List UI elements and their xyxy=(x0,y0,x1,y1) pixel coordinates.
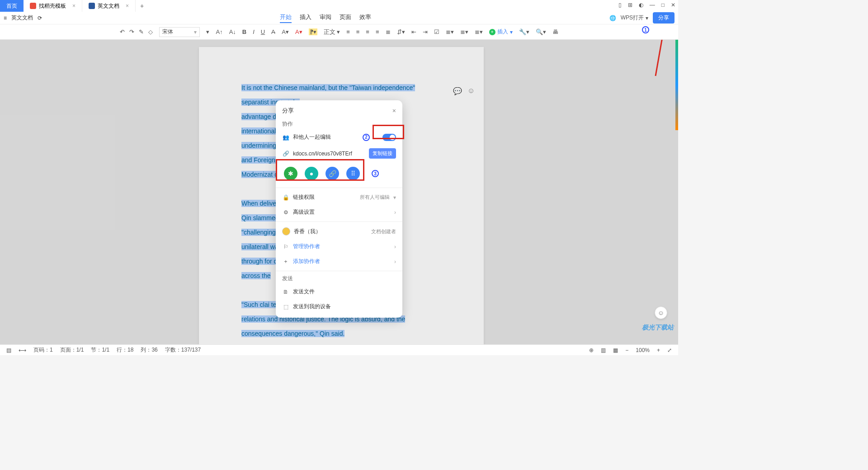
close-icon[interactable]: × xyxy=(126,3,129,9)
link-icon: 🔗 xyxy=(282,150,289,157)
add-person-icon: + xyxy=(282,258,289,265)
add-tab-button[interactable]: + xyxy=(136,2,148,9)
highlight-icon[interactable]: ⁋▾ xyxy=(309,28,317,35)
collab-toggle[interactable] xyxy=(382,134,396,141)
menu-review[interactable]: 审阅 xyxy=(320,13,331,23)
indent2-icon[interactable]: ⇥ xyxy=(423,28,428,35)
decrease-font-icon[interactable]: A↓ xyxy=(229,28,236,35)
menu-insert[interactable]: 插入 xyxy=(300,13,311,23)
qr-share-button[interactable]: ⠿ xyxy=(346,167,360,180)
status-line: 行：18 xyxy=(117,346,133,354)
share-link-text: kdocs.cn/l/ceus70v8TErf xyxy=(293,150,365,157)
status-pages: 页面：1/1 xyxy=(60,346,84,354)
tab-home[interactable]: 首页 xyxy=(0,0,24,12)
word-icon xyxy=(89,3,95,9)
multilevel-list-icon[interactable]: ≣▾ xyxy=(475,28,483,35)
view2-icon[interactable]: ▦ xyxy=(613,347,618,353)
link-share-button[interactable]: 🔗 xyxy=(326,167,339,180)
layout-icon[interactable]: ▯ xyxy=(618,2,622,8)
close-dialog-button[interactable]: × xyxy=(392,107,396,114)
increase-font-icon[interactable]: A↑ xyxy=(216,28,222,35)
advanced-settings-row[interactable]: ⚙ 高级设置 › xyxy=(276,205,402,220)
status-section: 节：1/1 xyxy=(91,346,109,354)
permission-value: 所有人可编辑 xyxy=(360,194,390,201)
body-style[interactable]: 正文 ▾ xyxy=(324,28,340,36)
menu-icon[interactable]: ≡ xyxy=(4,15,7,21)
bullet-list-icon[interactable]: ≣▾ xyxy=(446,28,454,35)
notify-icon[interactable]: ◐ xyxy=(639,2,643,8)
send-device-label: 发送到我的设备 xyxy=(293,303,396,310)
more-font-icon[interactable]: A▾ xyxy=(282,28,289,35)
format-painter-icon[interactable]: ✎ xyxy=(139,28,144,35)
chevron-right-icon: › xyxy=(394,209,396,216)
wps-open-button[interactable]: WPS打开▾ xyxy=(621,14,648,22)
share-button[interactable]: 分享 xyxy=(653,12,675,24)
align-right-icon[interactable]: ≡ xyxy=(366,28,369,35)
maximize-button[interactable]: □ xyxy=(661,2,665,8)
grid-icon[interactable]: ⊞ xyxy=(628,2,632,8)
redo-icon[interactable]: ↷ xyxy=(129,28,134,35)
sidebar-toggle-icon[interactable]: ▤ xyxy=(6,347,11,353)
status-col: 列：36 xyxy=(141,346,157,354)
clear-format-icon[interactable]: ◇ xyxy=(148,28,153,35)
minimize-button[interactable]: — xyxy=(650,2,655,8)
tools-icon[interactable]: 🔧▾ xyxy=(519,28,529,35)
checklist-icon[interactable]: ☑ xyxy=(434,28,439,35)
help-button[interactable]: ☺ xyxy=(655,306,667,319)
number-list-icon[interactable]: ≣▾ xyxy=(460,28,468,35)
wechat-share-button[interactable]: ✱ xyxy=(284,167,297,180)
tab-document[interactable]: 英文文档 × xyxy=(82,0,136,12)
dialog-title: 分享 xyxy=(282,107,294,115)
tab-templates[interactable]: 找稻壳模板 × xyxy=(24,0,82,12)
copy-link-button[interactable]: 复制链接 xyxy=(369,148,396,159)
font-color-icon[interactable]: A▾ xyxy=(295,28,302,35)
scroll-handle[interactable] xyxy=(675,40,678,130)
zoom-in-icon[interactable]: + xyxy=(657,347,660,353)
close-window-button[interactable]: ✕ xyxy=(671,2,675,8)
search-icon[interactable]: 🔍▾ xyxy=(536,28,546,35)
zoom-value: 100% xyxy=(636,347,650,353)
send-file-row[interactable]: 🗎 发送文件 xyxy=(276,284,402,299)
chevron-down-icon: ▾ xyxy=(393,194,396,201)
send-section-label: 发送 xyxy=(276,273,402,284)
annotation-badge-1: 1 xyxy=(642,26,649,33)
italic-icon[interactable]: I xyxy=(253,28,255,35)
view-icon[interactable]: ▥ xyxy=(601,347,606,353)
qq-share-button[interactable]: ● xyxy=(305,167,318,180)
align-left-icon[interactable]: ≡ xyxy=(346,28,350,35)
bold-icon[interactable]: B xyxy=(242,28,246,35)
insert-button[interactable]: +插入▾ xyxy=(489,28,513,36)
strike-icon[interactable]: A̶ xyxy=(271,28,275,35)
close-icon[interactable]: × xyxy=(72,3,75,9)
indent-icon[interactable]: ≣ xyxy=(386,28,391,35)
send-device-row[interactable]: ⬚ 发送到我的设备 xyxy=(276,299,402,314)
refresh-icon[interactable]: ⟳ xyxy=(38,15,42,21)
globe-icon[interactable]: 🌐 xyxy=(609,15,616,21)
advanced-label: 高级设置 xyxy=(293,208,391,216)
outdent-icon[interactable]: ⇤ xyxy=(411,28,416,35)
people-icon: 👥 xyxy=(282,134,289,141)
font-select[interactable]: 宋体▾ xyxy=(159,27,200,37)
add-collaborator-row[interactable]: + 添加协作者 › xyxy=(276,254,402,269)
menu-start[interactable]: 开始 xyxy=(280,13,292,23)
share-dialog: 分享 × 协作 👥 和他人一起编辑 2 🔗 kdocs.cn/l/ceus70v… xyxy=(276,100,402,318)
print-icon[interactable]: 🖶 xyxy=(552,28,558,35)
manage-collaborators-row[interactable]: ⚐ 管理协作者 › xyxy=(276,239,402,254)
zoom-out-icon[interactable]: − xyxy=(625,347,628,353)
undo-icon[interactable]: ↶ xyxy=(120,28,125,35)
globe-icon[interactable]: ⊕ xyxy=(589,347,594,353)
align-justify-icon[interactable]: ≡ xyxy=(376,28,379,35)
line-spacing-icon[interactable]: ⇵▾ xyxy=(397,28,405,35)
menu-efficiency[interactable]: 效率 xyxy=(359,13,371,23)
watermark-logo: 极光下载站 xyxy=(642,324,674,332)
fontsize-select[interactable]: ▾ xyxy=(206,28,209,35)
menu-page[interactable]: 页面 xyxy=(340,13,351,23)
align-center-icon[interactable]: ≡ xyxy=(356,28,360,35)
link-permission-row[interactable]: 🔒 链接权限 所有人可编辑 ▾ xyxy=(276,190,402,205)
fullscreen-icon[interactable]: ⤢ xyxy=(667,347,672,353)
underline-icon[interactable]: U xyxy=(261,28,265,35)
daoker-icon xyxy=(30,3,36,9)
ruler-icon[interactable]: ⟷ xyxy=(19,347,26,353)
tab-label: 找稻壳模板 xyxy=(39,2,66,10)
permission-label: 链接权限 xyxy=(293,193,356,201)
